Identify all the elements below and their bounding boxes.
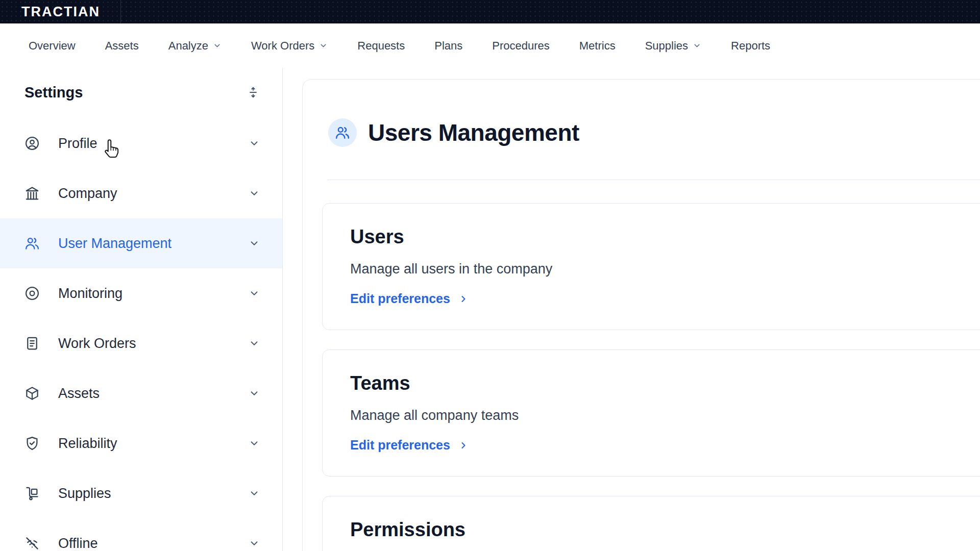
nav-supplies-label: Supplies bbox=[645, 39, 688, 53]
sidebar-item-label: Work Orders bbox=[58, 336, 136, 352]
chevron-down-icon bbox=[249, 388, 260, 399]
nav-metrics-label: Metrics bbox=[579, 39, 616, 53]
unfold-vertical-icon[interactable] bbox=[247, 86, 260, 99]
sensor-icon bbox=[24, 286, 40, 301]
users-icon bbox=[24, 236, 40, 251]
sidebar-item-label: Company bbox=[58, 186, 117, 202]
tractian-logo: TRACTIAN bbox=[21, 4, 100, 20]
permissions-card: Permissions bbox=[322, 496, 980, 551]
nav-assets-label: Assets bbox=[105, 39, 139, 53]
chevron-down-icon bbox=[319, 41, 328, 50]
nav-plans-label: Plans bbox=[434, 39, 462, 53]
chevron-down-icon bbox=[249, 338, 260, 349]
nav-assets[interactable]: Assets bbox=[105, 39, 139, 53]
main-nav: Overview Assets Analyze Work Orders Requ… bbox=[0, 23, 980, 68]
edit-preferences-label: Edit preferences bbox=[350, 291, 450, 306]
sidebar-title: Settings bbox=[24, 84, 83, 101]
sidebar-item-label: Reliability bbox=[58, 436, 117, 452]
settings-header: Settings bbox=[0, 77, 282, 108]
user-circle-icon bbox=[24, 136, 40, 151]
sidebar-item-user-management[interactable]: User Management bbox=[0, 218, 282, 268]
edit-preferences-link[interactable]: Edit preferences bbox=[350, 291, 469, 306]
sidebar-item-assets[interactable]: Assets bbox=[0, 368, 282, 418]
page-title: Users Management bbox=[368, 119, 579, 146]
chevron-down-icon bbox=[249, 538, 260, 549]
nav-work-orders-label: Work Orders bbox=[251, 39, 314, 53]
nav-requests[interactable]: Requests bbox=[357, 39, 405, 53]
cube-icon bbox=[24, 386, 40, 401]
wifi-off-icon bbox=[24, 536, 40, 551]
sidebar-item-label: Supplies bbox=[58, 486, 111, 502]
sidebar-item-supplies[interactable]: Supplies bbox=[0, 468, 282, 518]
nav-metrics[interactable]: Metrics bbox=[579, 39, 616, 53]
users-icon bbox=[328, 118, 357, 147]
sidebar-item-reliability[interactable]: Reliability bbox=[0, 418, 282, 468]
sidebar-item-work-orders[interactable]: Work Orders bbox=[0, 318, 282, 368]
edit-preferences-label: Edit preferences bbox=[350, 438, 450, 453]
sidebar-item-monitoring[interactable]: Monitoring bbox=[0, 268, 282, 318]
nav-requests-label: Requests bbox=[357, 39, 405, 53]
chevron-right-icon bbox=[458, 440, 469, 450]
nav-overview[interactable]: Overview bbox=[29, 39, 76, 53]
sidebar-item-offline[interactable]: Offline bbox=[0, 518, 282, 551]
chevron-down-icon bbox=[249, 238, 260, 249]
card-title: Users bbox=[350, 226, 980, 248]
bank-icon bbox=[24, 186, 40, 201]
nav-reports-label: Reports bbox=[731, 39, 770, 53]
topbar-divider bbox=[120, 0, 121, 23]
chevron-down-icon bbox=[249, 138, 260, 149]
sidebar-item-label: Offline bbox=[58, 536, 98, 551]
nav-reports[interactable]: Reports bbox=[731, 39, 770, 53]
chevron-down-icon bbox=[249, 488, 260, 499]
sidebar-item-label: Assets bbox=[58, 386, 100, 402]
nav-analyze[interactable]: Analyze bbox=[168, 39, 222, 53]
document-icon bbox=[24, 336, 40, 351]
users-management-panel: Users Management Users Manage all users … bbox=[302, 79, 980, 551]
nav-plans[interactable]: Plans bbox=[434, 39, 462, 53]
nav-procedures-label: Procedures bbox=[492, 39, 550, 53]
hand-truck-icon bbox=[24, 486, 40, 501]
sidebar-item-company[interactable]: Company bbox=[0, 168, 282, 218]
header-divider bbox=[327, 180, 980, 180]
settings-cards: Users Manage all users in the company Ed… bbox=[322, 203, 980, 551]
nav-supplies[interactable]: Supplies bbox=[645, 39, 701, 53]
card-description: Manage all users in the company bbox=[350, 261, 980, 277]
card-description: Manage all company teams bbox=[350, 408, 980, 423]
card-title: Teams bbox=[350, 372, 980, 394]
main-content: Users Management Users Manage all users … bbox=[283, 68, 980, 551]
sidebar-item-label: Profile bbox=[58, 136, 97, 152]
sidebar-item-profile[interactable]: Profile bbox=[0, 118, 282, 168]
teams-card: Teams Manage all company teams Edit pref… bbox=[322, 349, 980, 477]
page-header: Users Management bbox=[303, 80, 980, 147]
chevron-down-icon bbox=[693, 41, 701, 50]
edit-preferences-link[interactable]: Edit preferences bbox=[350, 438, 469, 453]
card-title: Permissions bbox=[350, 519, 980, 541]
settings-sidebar: Settings Profile bbox=[0, 68, 283, 551]
nav-work-orders[interactable]: Work Orders bbox=[251, 39, 328, 53]
nav-overview-label: Overview bbox=[29, 39, 76, 53]
sidebar-item-label: Monitoring bbox=[58, 286, 122, 302]
nav-analyze-label: Analyze bbox=[168, 39, 208, 53]
chevron-down-icon bbox=[213, 41, 222, 50]
shield-check-icon bbox=[24, 436, 40, 451]
sidebar-item-label: User Management bbox=[58, 236, 172, 252]
chevron-right-icon bbox=[458, 294, 469, 304]
chevron-down-icon bbox=[249, 288, 260, 299]
nav-procedures[interactable]: Procedures bbox=[492, 39, 550, 53]
topbar: TRACTIAN bbox=[0, 0, 980, 23]
sidebar-items: Profile Company bbox=[0, 118, 282, 551]
chevron-down-icon bbox=[249, 188, 260, 199]
users-card: Users Manage all users in the company Ed… bbox=[322, 203, 980, 330]
chevron-down-icon bbox=[249, 438, 260, 449]
